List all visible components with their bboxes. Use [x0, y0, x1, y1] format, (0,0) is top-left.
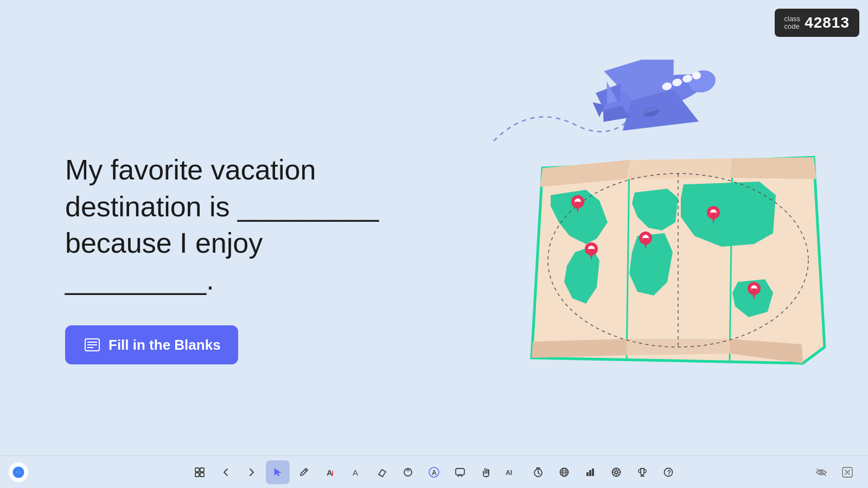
main-content-area: class code 42813 My favorite vacation de… [0, 0, 868, 455]
fill-blanks-icon [82, 335, 102, 355]
fill-in-blanks-button[interactable]: Fill in the Blanks [65, 325, 238, 364]
toolbar: A A A [0, 455, 868, 488]
svg-rect-35 [200, 468, 204, 472]
svg-line-60 [614, 473, 616, 475]
forward-button[interactable] [240, 460, 264, 484]
svg-rect-50 [592, 468, 594, 476]
chat-button[interactable] [448, 460, 472, 484]
svg-text:A: A [432, 469, 437, 477]
select-button[interactable] [266, 460, 290, 484]
text-b-button[interactable]: A [344, 460, 368, 484]
back-button[interactable] [214, 460, 238, 484]
chart-button[interactable] [578, 460, 602, 484]
illustration-area [445, 43, 825, 358]
main-text: My favorite vacation destination is ____… [65, 152, 391, 298]
shape-button[interactable] [396, 460, 420, 484]
svg-point-33 [17, 471, 20, 474]
wheel-button[interactable] [604, 460, 628, 484]
svg-text:?: ? [667, 469, 671, 477]
svg-text:A: A [353, 468, 358, 477]
hide-button[interactable] [809, 460, 833, 484]
text-a-button[interactable]: A [318, 460, 342, 484]
svg-line-58 [617, 473, 620, 475]
exit-button[interactable] [835, 460, 859, 484]
svg-line-57 [614, 469, 616, 471]
text-content: My favorite vacation destination is ____… [65, 152, 391, 364]
svg-point-52 [615, 471, 618, 473]
svg-text:AI: AI [506, 469, 512, 477]
svg-rect-34 [195, 468, 199, 472]
class-code-badge: class code 42813 [775, 9, 860, 37]
svg-text:A: A [327, 468, 333, 477]
toolbar-right [809, 460, 859, 484]
globe-button[interactable] [552, 460, 576, 484]
eraser-button[interactable] [370, 460, 394, 484]
class-code-number: 42813 [805, 14, 850, 31]
svg-rect-37 [200, 473, 204, 477]
map-illustration [521, 152, 825, 358]
help-button[interactable]: ? [656, 460, 680, 484]
pen-button[interactable] [292, 460, 316, 484]
svg-line-59 [617, 469, 620, 471]
svg-rect-48 [586, 472, 589, 476]
svg-rect-36 [195, 473, 199, 477]
logo-button[interactable] [9, 463, 28, 482]
svg-rect-49 [589, 470, 591, 476]
timer-button[interactable] [526, 460, 550, 484]
hand-button[interactable] [474, 460, 498, 484]
fill-blanks-label: Fill in the Blanks [108, 337, 221, 354]
text-big-button[interactable]: A [422, 460, 446, 484]
ai-button[interactable]: AI [500, 460, 524, 484]
trophy-button[interactable] [630, 460, 654, 484]
toolbar-left [9, 463, 28, 482]
class-code-label: class code [784, 15, 801, 31]
grid-button[interactable] [188, 460, 212, 484]
